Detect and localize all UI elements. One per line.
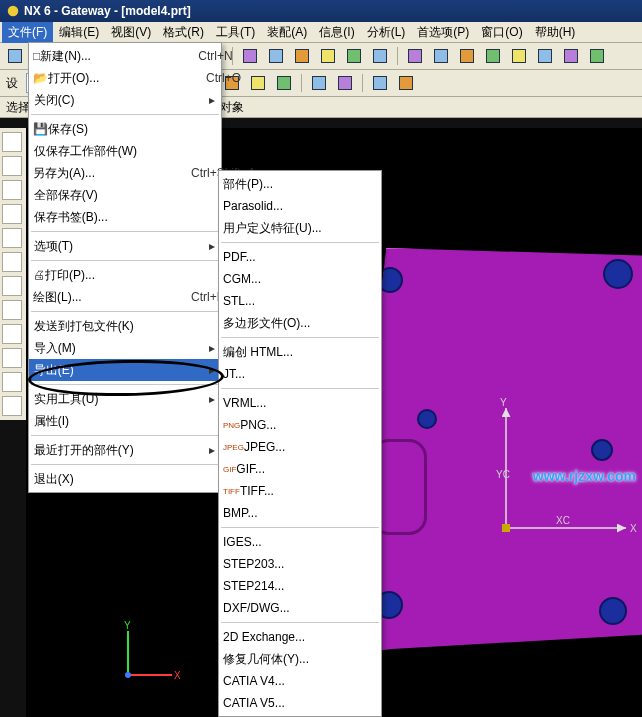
st-2[interactable]: [2, 156, 22, 176]
menu-item-label: 全部保存(V): [34, 187, 174, 204]
menu-bar[interactable]: 文件(F) 编辑(E) 视图(V) 格式(R) 工具(T) 装配(A) 信息(I…: [0, 22, 642, 43]
file-menu-item[interactable]: 发送到打包文件(K): [29, 315, 221, 337]
file-menu-item[interactable]: 全部保存(V): [29, 184, 221, 206]
menu-assembly[interactable]: 装配(A): [261, 22, 313, 43]
file-menu-item[interactable]: 仅保存工作部件(W): [29, 140, 221, 162]
export-menu-item[interactable]: DXF/DWG...: [219, 597, 381, 619]
export-menu-item[interactable]: 编创 HTML...: [219, 341, 381, 363]
tb-misc1[interactable]: [482, 45, 504, 67]
file-menu-item[interactable]: 另存为(A)...Ctrl+Shift+A: [29, 162, 221, 184]
file-menu-item[interactable]: 导出(E)▸: [29, 359, 221, 381]
tb-sel7[interactable]: [369, 72, 391, 94]
menu-info[interactable]: 信息(I): [313, 22, 360, 43]
file-menu-dropdown: □新建(N)...Ctrl+N📂打开(O)...Ctrl+O关闭(C)▸💾保存(…: [28, 42, 222, 493]
export-menu-item[interactable]: 2D Exchange...: [219, 626, 381, 648]
file-menu-item[interactable]: 选项(T)▸: [29, 235, 221, 257]
submenu-arrow-icon: ▸: [209, 93, 215, 107]
tb-wire[interactable]: [265, 45, 287, 67]
export-menu-item[interactable]: PNGPNG...: [219, 414, 381, 436]
export-menu-item[interactable]: 用户定义特征(U)...: [219, 217, 381, 239]
st-8[interactable]: [2, 300, 22, 320]
tb-zoom[interactable]: [343, 45, 365, 67]
st-3[interactable]: [2, 180, 22, 200]
tb-rotate[interactable]: [369, 45, 391, 67]
file-menu-item[interactable]: 🖨打印(P)...: [29, 264, 221, 286]
export-menu-item[interactable]: TIFFTIFF...: [219, 480, 381, 502]
st-7[interactable]: [2, 276, 22, 296]
file-menu-item[interactable]: 退出(X): [29, 468, 221, 490]
menu-format[interactable]: 格式(R): [157, 22, 210, 43]
export-menu-item[interactable]: JT...: [219, 363, 381, 385]
st-1[interactable]: [2, 132, 22, 152]
title-bar: NX 6 - Gateway - [model4.prt]: [0, 0, 642, 22]
file-menu-item[interactable]: 属性(I): [29, 410, 221, 432]
export-menu-item[interactable]: 部件(P)...: [219, 173, 381, 195]
export-menu-item[interactable]: STL...: [219, 290, 381, 312]
file-menu-item[interactable]: 最近打开的部件(Y)▸: [29, 439, 221, 461]
tb-sel3[interactable]: [247, 72, 269, 94]
menu-item-label: JPEG...: [244, 440, 384, 454]
st-11[interactable]: [2, 372, 22, 392]
export-menu-item[interactable]: JPEGJPEG...: [219, 436, 381, 458]
st-5[interactable]: [2, 228, 22, 248]
export-menu-item[interactable]: 修复几何体(Y)...: [219, 648, 381, 670]
tb-visible[interactable]: [430, 45, 452, 67]
st-6[interactable]: [2, 252, 22, 272]
export-menu-item[interactable]: PDF...: [219, 246, 381, 268]
export-menu-item[interactable]: BMP...: [219, 502, 381, 524]
submenu-arrow-icon: ▸: [209, 341, 215, 355]
export-menu-item[interactable]: STEP214...: [219, 575, 381, 597]
export-menu-item[interactable]: CATIA V5...: [219, 692, 381, 714]
tb-sel8[interactable]: [395, 72, 417, 94]
tb-misc3[interactable]: [534, 45, 556, 67]
menu-item-label: 编创 HTML...: [223, 344, 363, 361]
tb-hidden[interactable]: [291, 45, 313, 67]
export-menu-item[interactable]: CGM...: [219, 268, 381, 290]
tb-misc2[interactable]: [508, 45, 530, 67]
tb-misc5[interactable]: [586, 45, 608, 67]
tb-sel5[interactable]: [308, 72, 330, 94]
tb-color[interactable]: [456, 45, 478, 67]
menu-accelerator: Ctrl+N: [198, 49, 232, 63]
tb-sel4[interactable]: [273, 72, 295, 94]
file-menu-item[interactable]: 绘图(L)...Ctrl+P: [29, 286, 221, 308]
export-menu-item[interactable]: STEP203...: [219, 553, 381, 575]
menu-item-label: 关闭(C): [34, 92, 174, 109]
menu-item-label: 绘图(L)...: [33, 289, 173, 306]
st-4[interactable]: [2, 204, 22, 224]
st-12[interactable]: [2, 396, 22, 416]
export-menu-item[interactable]: VRML...: [219, 392, 381, 414]
file-menu-item[interactable]: 实用工具(U)▸: [29, 388, 221, 410]
st-10[interactable]: [2, 348, 22, 368]
export-menu-item[interactable]: CATIA V4...: [219, 670, 381, 692]
menu-file[interactable]: 文件(F): [2, 22, 53, 43]
file-menu-item[interactable]: 📂打开(O)...Ctrl+O: [29, 67, 221, 89]
export-menu-item[interactable]: IGES...: [219, 531, 381, 553]
menu-item-label: 发送到打包文件(K): [34, 318, 174, 335]
export-menu-item[interactable]: Parasolid...: [219, 195, 381, 217]
file-menu-item[interactable]: 导入(M)▸: [29, 337, 221, 359]
menu-window[interactable]: 窗口(O): [475, 22, 528, 43]
menu-analyze[interactable]: 分析(L): [361, 22, 412, 43]
tb-layer[interactable]: [404, 45, 426, 67]
tb-new[interactable]: [4, 45, 26, 67]
st-9[interactable]: [2, 324, 22, 344]
file-menu-item[interactable]: 保存书签(B)...: [29, 206, 221, 228]
export-menu-item[interactable]: GIFGIF...: [219, 458, 381, 480]
menu-item-label: 2D Exchange...: [223, 630, 363, 644]
file-menu-item[interactable]: □新建(N)...Ctrl+N: [29, 45, 221, 67]
menu-edit[interactable]: 编辑(E): [53, 22, 105, 43]
menu-tools[interactable]: 工具(T): [210, 22, 261, 43]
export-menu-item[interactable]: 多边形文件(O)...: [219, 312, 381, 334]
file-menu-item[interactable]: 💾保存(S): [29, 118, 221, 140]
png-icon: PNG: [223, 421, 240, 430]
menu-help[interactable]: 帮助(H): [529, 22, 582, 43]
tb-fit[interactable]: [317, 45, 339, 67]
menu-view[interactable]: 视图(V): [105, 22, 157, 43]
tb-shade[interactable]: [239, 45, 261, 67]
tb-sel6[interactable]: [334, 72, 356, 94]
file-menu-item[interactable]: 关闭(C)▸: [29, 89, 221, 111]
menu-prefs[interactable]: 首选项(P): [411, 22, 475, 43]
window-title: NX 6 - Gateway - [model4.prt]: [24, 4, 191, 18]
tb-misc4[interactable]: [560, 45, 582, 67]
